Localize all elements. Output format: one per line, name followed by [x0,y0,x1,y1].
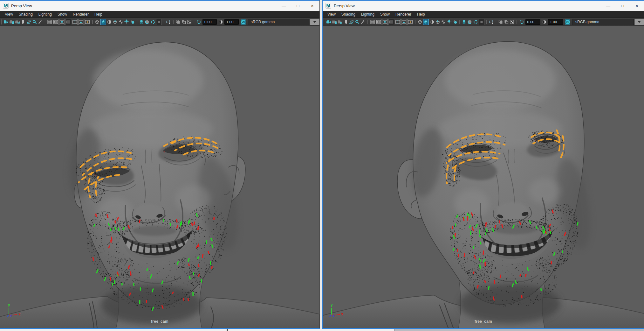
camera-attributes-icon[interactable] [15,19,20,25]
menu-lighting[interactable]: Lighting [36,11,55,18]
maximize-button[interactable]: □ [615,1,630,11]
menu-shading[interactable]: Shading [16,11,36,18]
maximize-button[interactable]: □ [291,1,305,11]
isolate-select-icon[interactable] [489,19,494,25]
close-button[interactable]: × [630,1,644,11]
multisample-icon[interactable] [156,19,162,25]
dropdown-arrow-button[interactable] [634,19,644,25]
two-lights-icon[interactable] [130,19,135,25]
menu-renderer[interactable]: Renderer [393,11,414,18]
menu-renderer[interactable]: Renderer [70,11,92,18]
gamma-on-toggle[interactable]: ON [565,19,570,25]
minimize-button[interactable]: — [601,1,615,11]
shadows-icon[interactable] [139,19,144,25]
snapshot-back-icon[interactable] [175,19,181,25]
toolbar-grip[interactable] [1,19,2,25]
two-lights-icon[interactable] [452,19,457,25]
safe-action-icon[interactable] [78,19,84,25]
menu-view[interactable]: View [325,11,339,18]
toolbar-grip[interactable] [324,19,325,25]
exposure-icon[interactable] [196,19,201,25]
ao-icon[interactable] [145,19,150,25]
menu-lighting[interactable]: Lighting [358,11,377,18]
resolution-gate-icon[interactable] [382,19,388,25]
bookmark-icon[interactable] [343,19,348,25]
select-camera-icon[interactable] [3,19,9,25]
menu-help[interactable]: Help [92,11,105,18]
window-controls: — □ × [601,1,644,11]
lock-camera-icon[interactable] [332,19,337,25]
default-material-icon[interactable] [113,19,118,25]
textured-sphere-icon[interactable] [429,19,435,25]
gamma-field[interactable]: 1.00 [548,19,563,25]
motion-blur-icon[interactable] [150,19,155,25]
shaded-cube-icon[interactable] [100,19,106,25]
safe-title-icon[interactable]: T [408,19,413,25]
snapshot-front-icon[interactable] [181,19,186,25]
image-export-icon[interactable] [510,19,515,25]
grid-icon[interactable] [370,19,375,25]
pan-zoom-icon[interactable] [32,19,37,25]
film-gate-icon[interactable] [53,19,58,25]
checker-sphere-icon[interactable] [118,19,123,25]
menu-shading[interactable]: Shading [339,11,358,18]
safe-title-icon[interactable]: T [85,19,90,25]
minimize-button[interactable]: — [277,1,291,11]
menu-view[interactable]: View [2,11,16,18]
viewport[interactable]: yxz free_cam [0,26,319,328]
image-plane-icon[interactable] [349,19,354,25]
image-plane-icon[interactable] [26,19,31,25]
contrast-icon[interactable] [218,19,223,25]
menu-help[interactable]: Help [414,11,428,18]
exposure-icon[interactable] [519,19,524,25]
pan-zoom-icon[interactable] [355,19,360,25]
select-camera-icon[interactable] [326,19,331,25]
default-material-icon[interactable] [435,19,440,25]
bookmark-icon[interactable] [21,19,26,25]
checker-sphere-icon[interactable] [441,19,446,25]
gate-mask-icon[interactable] [65,19,71,25]
image-export-icon[interactable] [187,19,192,25]
ao-icon[interactable] [467,19,472,25]
exposure-field[interactable]: 0.00 [525,19,540,25]
exposure-field[interactable]: 0.00 [202,19,217,25]
toolbar-separator [496,20,496,24]
gamma-field[interactable]: 1.00 [224,19,239,25]
grease-pencil-icon[interactable] [360,19,366,25]
menu-show[interactable]: Show [377,11,393,18]
multisample-icon[interactable] [479,19,484,25]
isolate-select-icon[interactable] [166,19,171,25]
wireframe-cube-icon[interactable] [417,19,422,25]
viewport[interactable]: yxz free_cam [323,26,644,328]
persp-view-window: Persp View — □ × View Shading Lighting S… [322,0,644,329]
grease-pencil-icon[interactable] [38,19,43,25]
camera-attributes-icon[interactable] [338,19,343,25]
wireframe-cube-icon[interactable] [95,19,100,25]
field-chart-icon[interactable] [72,19,78,25]
snapshot-back-icon[interactable] [498,19,503,25]
color-space-dropdown[interactable]: sRGB gamma [248,19,319,25]
textured-sphere-icon[interactable] [107,19,112,25]
close-button[interactable]: × [305,1,319,11]
titlebar[interactable]: Persp View — □ × [0,1,319,11]
motion-blur-icon[interactable] [473,19,478,25]
menu-show[interactable]: Show [55,11,70,18]
contrast-icon[interactable] [542,19,547,25]
light-icon[interactable] [447,19,452,25]
snapshot-front-icon[interactable] [504,19,509,25]
dropdown-arrow-button[interactable] [310,19,319,25]
film-gate-icon[interactable] [376,19,381,25]
shadows-icon[interactable] [462,19,467,25]
resolution-gate-icon[interactable] [59,19,65,25]
grid-icon[interactable] [47,19,52,25]
background-tick [227,329,228,331]
shaded-cube-icon[interactable] [423,19,429,25]
color-space-dropdown[interactable]: sRGB gamma [572,19,644,25]
gamma-on-toggle[interactable]: ON [241,19,246,25]
titlebar[interactable]: Persp View — □ × [323,1,644,11]
lock-camera-icon[interactable] [9,19,14,25]
light-icon[interactable] [124,19,129,25]
safe-action-icon[interactable] [401,19,407,25]
field-chart-icon[interactable] [395,19,401,25]
gate-mask-icon[interactable] [388,19,394,25]
